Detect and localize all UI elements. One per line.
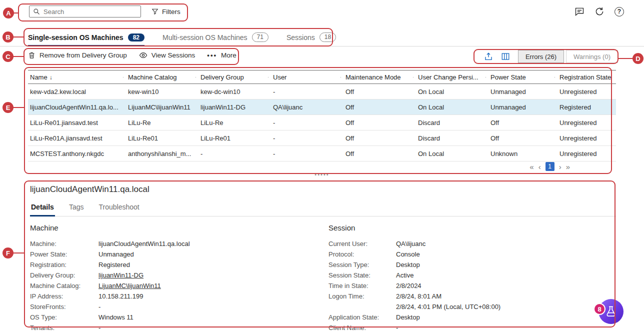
field-value: Desktop: [396, 314, 420, 321]
prev-page-button[interactable]: ‹: [538, 162, 541, 171]
table-cell: Off: [340, 150, 413, 158]
field-row: StoreFronts: -: [30, 302, 328, 312]
table-cell: On Local: [413, 104, 486, 111]
tab-label: Multi-session OS Machines: [162, 34, 248, 42]
first-page-button[interactable]: «: [530, 162, 534, 171]
table-cell: kew-dc-win10: [196, 88, 268, 96]
app-root: Filters ? Single-session OS Machines 82: [0, 0, 644, 331]
table-cell: kew-vda2.kew.local: [28, 88, 123, 96]
help-icon: ?: [614, 7, 624, 16]
feedback-button[interactable]: [574, 6, 584, 16]
filters-button[interactable]: Filters: [152, 6, 180, 18]
tab-sessions[interactable]: Sessions 18: [286, 28, 336, 46]
column-header-delivery-group[interactable]: Delivery Group: [196, 74, 268, 81]
annotation-connector-a: [14, 12, 18, 14]
field-label: Tenants:: [30, 324, 98, 331]
assistant-widget-button[interactable]: 8: [598, 299, 624, 324]
field-label: Machine:: [30, 240, 98, 248]
table-row[interactable]: MCSTEST.anthony.nkgdc anthonyshi\anshi_m…: [28, 146, 616, 162]
field-row: OS Type: Windows 11: [30, 312, 328, 322]
table-cell: -: [196, 150, 268, 158]
table-header: Name↓ Machine Catalog Delivery Group Use…: [28, 70, 616, 84]
field-row: Client Name: -: [328, 322, 616, 331]
remove-label: Remove from Delivery Group: [40, 52, 127, 59]
field-value: -: [98, 303, 100, 310]
table-cell: Off: [340, 88, 413, 96]
current-page[interactable]: 1: [546, 162, 554, 171]
column-header-machine-catalog[interactable]: Machine Catalog: [123, 74, 196, 81]
filters-label: Filters: [162, 8, 180, 16]
table-cell: lijuanWin11-DG: [196, 104, 268, 111]
field-label: Registration:: [30, 261, 98, 268]
field-label: Delivery Group:: [30, 272, 98, 279]
table-cell: LiLu-Re01: [123, 134, 196, 142]
annotation-connector-f: [13, 252, 24, 254]
delivery-group-link[interactable]: lijuanWin11-DG: [98, 272, 144, 279]
next-page-button[interactable]: ›: [559, 162, 562, 171]
remove-from-delivery-group-button[interactable]: Remove from Delivery Group: [28, 52, 127, 59]
field-value: Active: [396, 272, 414, 279]
column-header-name[interactable]: Name↓: [28, 74, 123, 81]
table-cell: LiLu-Re01A.jiansavd.test: [28, 134, 123, 142]
table-row[interactable]: LiLu-Re01.jiansavd.test LiLu-Re LiLu-Re …: [28, 115, 616, 130]
machine-section: Machine Machine: lijuanCloudAgentWin11.q…: [28, 224, 328, 331]
export-button[interactable]: [484, 52, 493, 61]
column-header-user-change[interactable]: User Change Persi...: [413, 74, 486, 81]
search-input[interactable]: [44, 8, 137, 16]
table-cell: Off: [340, 104, 413, 111]
column-header-maintenance-mode[interactable]: Maintenance Mode: [340, 74, 413, 81]
feedback-icon: [574, 6, 584, 16]
tab-count-badge: 82: [128, 34, 144, 42]
search-icon: [33, 8, 40, 15]
column-header-user[interactable]: User: [268, 74, 340, 81]
more-button[interactable]: ••• More: [207, 52, 236, 59]
field-row: Machine Catalog: LijuanMC\lijuanWin11: [30, 280, 328, 291]
refresh-button[interactable]: [594, 6, 604, 16]
tab-troubleshoot[interactable]: Troubleshoot: [98, 200, 140, 216]
columns-icon: [501, 52, 510, 61]
table-cell: anthonyshi\anshi_m...: [123, 150, 196, 158]
tab-multi-session-os-machines[interactable]: Multi-session OS Machines 71: [162, 28, 268, 46]
field-label: OS Type:: [30, 314, 98, 321]
field-value: -: [396, 324, 398, 331]
field-row: Application State: Desktop: [328, 312, 616, 322]
eye-icon: [139, 51, 148, 60]
field-label: Time in State:: [328, 282, 396, 290]
filter-icon: [152, 8, 158, 15]
pagination: « ‹ 1 › »: [530, 162, 570, 171]
toolbar-right: Errors (26) Warnings (0): [484, 50, 618, 63]
field-value: Desktop: [396, 261, 420, 268]
field-value: 2/8/2024: [396, 282, 422, 290]
export-icon: [484, 52, 493, 61]
view-sessions-button[interactable]: View Sessions: [139, 51, 196, 60]
field-label: Logon Time:: [328, 292, 396, 300]
columns-button[interactable]: [501, 52, 510, 61]
details-content: Machine Machine: lijuanCloudAgentWin11.q…: [28, 224, 616, 331]
machine-catalog-link[interactable]: LijuanMC\lijuanWin11: [98, 282, 161, 290]
table-row-selected[interactable]: lijuanCloudAgentWin11.qa.lo... LijuanMC\…: [28, 100, 616, 115]
column-header-registration-state[interactable]: Registration State: [554, 74, 616, 81]
table-cell: LiLu-Re: [123, 119, 196, 126]
tab-tags[interactable]: Tags: [68, 200, 85, 216]
tab-details[interactable]: Details: [30, 200, 55, 216]
table-cell: Unregistered: [554, 150, 616, 158]
table-cell: On Local: [413, 88, 486, 96]
tab-label: Sessions: [286, 34, 315, 42]
field-value: 2/8/24, 8:01 AM: [396, 292, 442, 300]
table-cell: Registered: [554, 104, 616, 111]
table-row[interactable]: kew-vda2.kew.local kew-win10 kew-dc-win1…: [28, 84, 616, 100]
table-cell: Off: [340, 119, 413, 126]
splitter-handle[interactable]: •••••: [0, 172, 644, 177]
help-button[interactable]: ?: [614, 7, 624, 16]
table-cell: LiLu-Re: [196, 119, 268, 126]
field-value: Windows 11: [98, 314, 134, 321]
field-value: Console: [396, 250, 420, 258]
column-header-power-state[interactable]: Power State: [486, 74, 554, 81]
tab-single-session-os-machines[interactable]: Single-session OS Machines 82: [28, 28, 144, 46]
table-row[interactable]: LiLu-Re01A.jiansavd.test LiLu-Re01 LiLu-…: [28, 130, 616, 146]
warnings-tab[interactable]: Warnings (0): [566, 50, 618, 63]
errors-tab[interactable]: Errors (26): [518, 50, 564, 63]
field-row: Protocol: Console: [328, 249, 616, 260]
last-page-button[interactable]: »: [566, 162, 570, 171]
field-value: Unmanaged: [98, 250, 134, 258]
